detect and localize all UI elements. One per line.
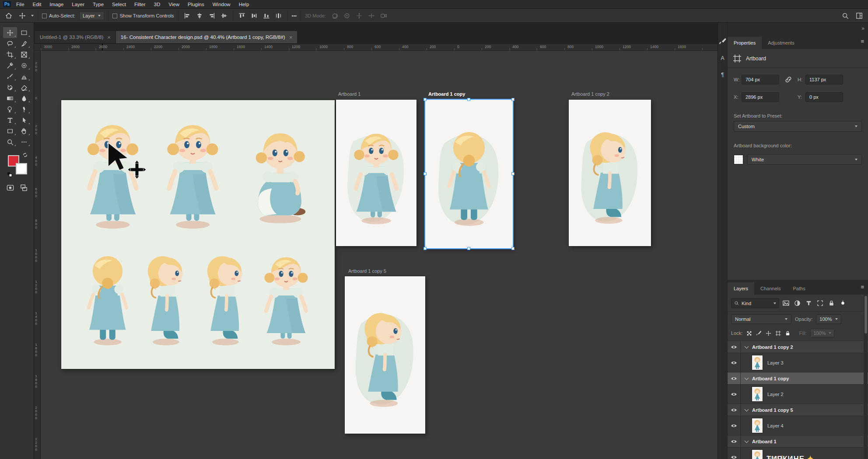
- visibility-eye-icon[interactable]: [728, 353, 741, 372]
- layer-name[interactable]: Artboard 1 copy: [752, 376, 789, 381]
- hand-tool[interactable]: [17, 125, 31, 136]
- filter-shape-layers-icon[interactable]: [816, 299, 825, 308]
- distribute-horizontal-centers-icon[interactable]: [249, 11, 259, 21]
- transform-handle[interactable]: [511, 172, 514, 175]
- distribute-top-edges-icon[interactable]: [237, 11, 247, 21]
- menu-select[interactable]: Select: [112, 2, 126, 7]
- layer-thumbnail[interactable]: [752, 355, 763, 370]
- zoom-tool[interactable]: [3, 136, 17, 147]
- layer-thumbnail[interactable]: [752, 450, 763, 459]
- layer-row[interactable]: Layer 4: [728, 416, 868, 435]
- artboard-bg-color-dropdown[interactable]: White: [747, 154, 862, 165]
- brushes-panel-icon[interactable]: [719, 38, 727, 45]
- visibility-eye-icon[interactable]: [728, 404, 741, 416]
- home-icon[interactable]: [4, 11, 14, 21]
- pen-tool[interactable]: [17, 104, 31, 115]
- layer-row[interactable]: Layer 2: [728, 385, 868, 404]
- brush-tool[interactable]: [3, 71, 17, 82]
- transform-handle[interactable]: [511, 247, 514, 250]
- artboard-1[interactable]: [336, 100, 416, 246]
- path-selection-tool[interactable]: [17, 115, 31, 125]
- lock-all-icon[interactable]: [785, 330, 791, 336]
- artboard-1-copy-2-label[interactable]: Artboard 1 copy 2: [571, 91, 609, 97]
- screen-mode-icon[interactable]: [20, 184, 28, 191]
- artboard-1-copy-5-label[interactable]: Artboard 1 copy 5: [348, 268, 386, 274]
- workspace-switcher-icon[interactable]: [854, 11, 864, 21]
- artboard-1-copy-5[interactable]: [345, 276, 425, 434]
- photoshop-logo[interactable]: Ps: [3, 1, 11, 7]
- visibility-eye-icon[interactable]: [728, 448, 741, 459]
- artboard-row[interactable]: Artboard 1 copy 2: [728, 341, 868, 353]
- checkbox-icon[interactable]: [112, 14, 117, 18]
- visibility-eye-icon[interactable]: [728, 372, 741, 384]
- artboard-row[interactable]: Artboard 1 copy: [728, 372, 868, 385]
- quick-mask-icon[interactable]: [7, 184, 14, 191]
- layer-name[interactable]: Artboard 1 copy 2: [752, 344, 793, 350]
- opacity-field[interactable]: 100%: [816, 314, 841, 324]
- tab-adjustments[interactable]: Adjustments: [762, 37, 801, 49]
- transform-handle[interactable]: [511, 98, 514, 101]
- artboard-1-copy-label[interactable]: Artboard 1 copy: [428, 91, 465, 97]
- canvas-pasteboard[interactable]: Artboard 1 Artboard 1 copy: [41, 51, 718, 459]
- paragraph-panel-icon[interactable]: ¶: [719, 71, 727, 79]
- visibility-eye-icon[interactable]: [728, 385, 741, 403]
- menu-edit[interactable]: Edit: [33, 2, 42, 7]
- distribute-bottom-edges-icon[interactable]: [262, 11, 271, 21]
- swap-colors-icon[interactable]: [23, 153, 28, 157]
- filter-type-layers-icon[interactable]: [804, 299, 813, 308]
- move-tool-icon[interactable]: [18, 11, 27, 21]
- menu-plugins[interactable]: Plugins: [188, 2, 204, 7]
- visibility-eye-icon[interactable]: [728, 435, 741, 447]
- visibility-eye-icon[interactable]: [728, 416, 741, 435]
- align-right-edges-icon[interactable]: [207, 11, 217, 21]
- width-field[interactable]: 704 px: [742, 75, 779, 84]
- frame-tool[interactable]: [17, 49, 31, 60]
- align-vertical-centers-icon[interactable]: [219, 11, 229, 21]
- layer-thumbnail[interactable]: [752, 387, 763, 401]
- layer-name[interactable]: Layer 4: [767, 423, 784, 428]
- filter-toggle-icon[interactable]: [838, 299, 847, 308]
- transform-handle[interactable]: [467, 247, 470, 250]
- transform-handle[interactable]: [424, 172, 427, 175]
- type-tool[interactable]: [3, 115, 17, 125]
- menu-view[interactable]: View: [168, 2, 179, 7]
- gradient-tool[interactable]: [3, 93, 17, 104]
- menu-image[interactable]: Image: [49, 2, 63, 7]
- character-panel-icon[interactable]: A: [719, 54, 727, 62]
- tab-layers[interactable]: Layers: [728, 282, 754, 295]
- artboard-1-label[interactable]: Artboard 1: [338, 91, 360, 97]
- lasso-tool[interactable]: [3, 38, 17, 49]
- transform-handle[interactable]: [467, 98, 470, 101]
- distribute-vertical-centers-icon[interactable]: [274, 11, 284, 21]
- collapse-to-icons-icon[interactable]: »: [861, 25, 864, 31]
- eyedropper-tool[interactable]: [3, 60, 17, 71]
- show-transform-controls-checkbox[interactable]: Show Transform Controls: [112, 13, 174, 18]
- document-tab-character-design[interactable]: 16- Consistent Character design.psd @ 40…: [116, 31, 297, 43]
- search-icon[interactable]: [840, 11, 850, 21]
- panel-menu-icon[interactable]: ≡: [861, 284, 864, 290]
- layer-filter-kind-dropdown[interactable]: Kind: [731, 298, 779, 308]
- lock-pixels-icon[interactable]: [756, 330, 762, 336]
- height-field[interactable]: 1137 px: [805, 75, 843, 84]
- align-horizontal-centers-icon[interactable]: [195, 11, 204, 21]
- artboard-row[interactable]: Artboard 1: [728, 435, 868, 448]
- default-colors-icon[interactable]: [7, 172, 12, 177]
- layer-name[interactable]: Layer 2: [767, 392, 784, 397]
- layers-scrollbar[interactable]: [864, 295, 868, 459]
- reference-artboard[interactable]: [61, 100, 335, 369]
- lock-transparency-icon[interactable]: [746, 330, 752, 336]
- filter-pixel-layers-icon[interactable]: [781, 299, 791, 308]
- artboard-1-copy[interactable]: [425, 100, 513, 248]
- menu-window[interactable]: Window: [213, 2, 231, 7]
- blend-mode-dropdown[interactable]: Normal: [731, 314, 791, 324]
- spot-healing-tool[interactable]: [17, 60, 31, 71]
- menu-3d[interactable]: 3D: [154, 2, 161, 7]
- dodge-tool[interactable]: [3, 104, 17, 115]
- link-dimensions-icon[interactable]: [779, 76, 798, 83]
- vertical-ruler[interactable]: 2000200400600800100012001400160018002000…: [34, 44, 41, 459]
- menu-layer[interactable]: Layer: [72, 2, 84, 7]
- layer-name[interactable]: Artboard 1 copy 5: [752, 407, 793, 413]
- layer-thumbnail[interactable]: [752, 418, 763, 433]
- move-tool[interactable]: [3, 27, 17, 38]
- auto-select-checkbox[interactable]: Auto-Select:: [42, 13, 75, 18]
